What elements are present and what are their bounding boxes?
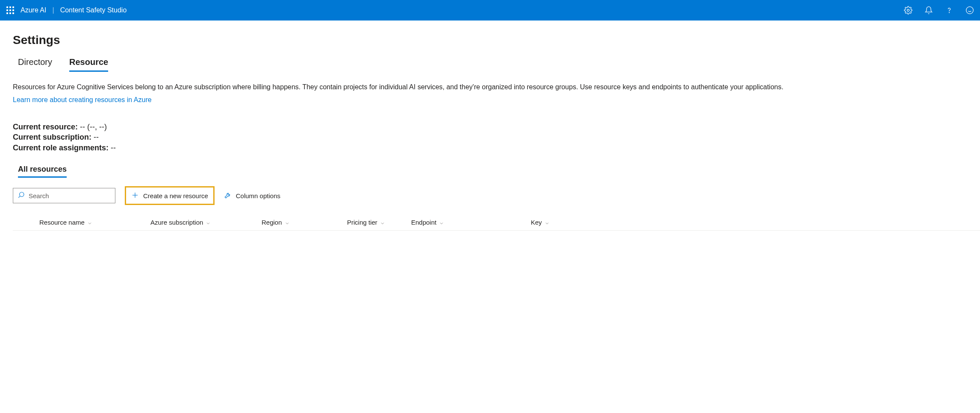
current-resource-label: Current resource: (13, 123, 78, 131)
search-box[interactable] (13, 188, 115, 203)
resource-description: Resources for Azure Cognitive Services b… (13, 82, 980, 92)
create-resource-button[interactable]: Create a new resource (125, 186, 215, 205)
current-subscription-value: -- (94, 133, 99, 141)
feedback-smiley-icon[interactable] (965, 5, 975, 15)
search-input[interactable] (29, 188, 111, 203)
current-subscription-label: Current subscription: (13, 133, 91, 141)
top-header: Azure AI | Content Safety Studio (0, 0, 980, 21)
wrench-icon (224, 191, 232, 200)
chevron-down-icon (206, 220, 211, 225)
chevron-down-icon (544, 220, 550, 225)
studio-name: Content Safety Studio (60, 6, 127, 14)
current-info-block: Current resource: -- (--, --) Current su… (13, 122, 980, 153)
chevron-down-icon (87, 220, 92, 225)
current-role-value: -- (111, 144, 116, 152)
column-options-label: Column options (236, 192, 280, 199)
current-role-line: Current role assignments: -- (13, 143, 980, 153)
tab-directory[interactable]: Directory (18, 57, 52, 72)
svg-point-5 (20, 192, 24, 197)
brand-divider: | (52, 6, 54, 14)
chevron-down-icon (380, 220, 385, 225)
column-azure-subscription-label: Azure subscription (150, 219, 203, 226)
chevron-down-icon (285, 220, 290, 225)
header-left: Azure AI | Content Safety Studio (3, 3, 127, 17)
column-region[interactable]: Region (262, 219, 347, 226)
plus-icon (131, 191, 139, 200)
app-launcher-icon[interactable] (3, 3, 17, 17)
current-resource-line: Current resource: -- (--, --) (13, 122, 980, 132)
column-resource-name[interactable]: Resource name (39, 219, 150, 226)
header-right (903, 5, 975, 15)
column-azure-subscription[interactable]: Azure subscription (150, 219, 262, 226)
current-subscription-line: Current subscription: -- (13, 132, 980, 142)
column-endpoint[interactable]: Endpoint (411, 219, 531, 226)
product-title[interactable]: Azure AI | Content Safety Studio (21, 6, 127, 14)
column-pricing-tier[interactable]: Pricing tier (347, 219, 411, 226)
tab-resource[interactable]: Resource (69, 57, 108, 72)
resources-toolbar: Create a new resource Column options (13, 186, 980, 205)
main-content: Settings Directory Resource Resources fo… (0, 21, 980, 231)
learn-more-link[interactable]: Learn more about creating resources in A… (13, 96, 152, 104)
current-resource-value: -- (--, --) (80, 123, 107, 131)
column-endpoint-label: Endpoint (411, 219, 436, 226)
svg-line-6 (18, 196, 20, 198)
create-resource-label: Create a new resource (143, 192, 208, 199)
svg-point-1 (949, 12, 950, 13)
settings-gear-icon[interactable] (903, 5, 913, 15)
chevron-down-icon (439, 220, 444, 225)
settings-tabs: Directory Resource (13, 57, 980, 72)
help-icon[interactable] (944, 5, 954, 15)
column-pricing-tier-label: Pricing tier (347, 219, 377, 226)
search-icon (18, 191, 25, 200)
notification-bell-icon[interactable] (924, 5, 934, 15)
column-region-label: Region (262, 219, 282, 226)
resource-table-header: Resource name Azure subscription Region … (13, 214, 980, 231)
all-resources-tab[interactable]: All resources (18, 165, 67, 178)
svg-point-0 (907, 9, 909, 12)
brand-name: Azure AI (21, 6, 46, 14)
column-resource-name-label: Resource name (39, 219, 85, 226)
column-key[interactable]: Key (531, 219, 582, 226)
column-options-button[interactable]: Column options (224, 191, 280, 200)
current-role-label: Current role assignments: (13, 144, 109, 152)
column-key-label: Key (531, 219, 542, 226)
svg-point-2 (966, 7, 974, 14)
page-title: Settings (13, 33, 980, 47)
